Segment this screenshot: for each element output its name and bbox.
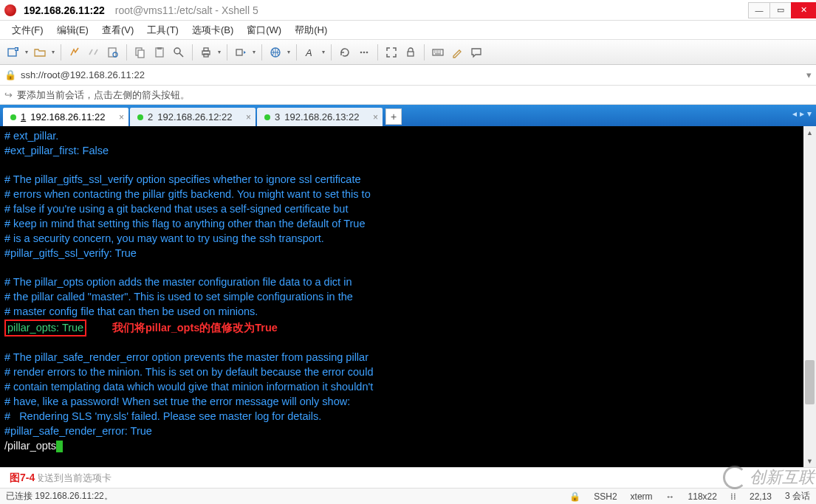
refresh-icon[interactable]	[336, 44, 354, 61]
terminal-line: # have, like a password! When set true t…	[4, 396, 350, 407]
fullscreen-icon[interactable]	[383, 44, 400, 61]
terminal-line: # The pillar_safe_render_error option pr…	[4, 351, 368, 363]
terminal-line: # keep in mind that setting this flag to…	[4, 218, 365, 229]
tab-number: 2	[148, 111, 153, 122]
maximize-button[interactable]: ▭	[769, 2, 792, 18]
arrow-add-icon[interactable]: ↪	[4, 89, 13, 100]
transfer-dropdown[interactable]: ▾	[251, 49, 257, 55]
lock-toolbar-icon[interactable]	[402, 44, 419, 61]
svg-point-3	[113, 52, 117, 57]
vertical-scrollbar[interactable]: ▲ ▼	[803, 126, 816, 467]
svg-point-15	[360, 51, 363, 53]
svg-rect-11	[204, 54, 208, 57]
toolbar: ▾ ▾ ▾ ▾ ▾ A ▾	[0, 40, 816, 65]
open-icon[interactable]	[31, 44, 49, 61]
close-button[interactable]: ✕	[791, 2, 816, 18]
tab-close-icon[interactable]: ×	[246, 112, 251, 122]
tab-number: 1	[21, 111, 26, 122]
status-cursor-pos: 22,13	[750, 491, 772, 502]
status-size: 118x22	[688, 491, 717, 502]
find-icon[interactable]	[170, 44, 188, 61]
scroll-up-icon[interactable]: ▲	[803, 126, 816, 139]
terminal-line: # The pillar_gitfs_ssl_verify option spe…	[4, 173, 361, 185]
properties-icon[interactable]	[104, 44, 122, 61]
globe-icon[interactable]	[267, 44, 284, 61]
tab-label: 192.168.26.11:22	[30, 111, 105, 122]
lock-icon: 🔒	[4, 69, 16, 80]
tab-list-icon[interactable]: ▾	[807, 108, 812, 119]
tab-strip: 1 192.168.26.11:22 × 2 192.168.26.12:22 …	[0, 105, 816, 126]
svg-point-17	[366, 51, 368, 53]
disconnect-icon[interactable]	[85, 44, 103, 61]
annotation-text: 我们将pillar_opts的值修改为True	[112, 322, 278, 334]
terminal-line: pillar_opts: True	[7, 322, 83, 334]
minimize-button[interactable]: —	[748, 2, 770, 18]
copy-icon[interactable]	[131, 44, 149, 61]
session-tab-2[interactable]: 2 192.168.26.12:22 ×	[130, 108, 256, 126]
terminal-line: # false if you're using a git backend th…	[4, 203, 348, 215]
new-session-icon[interactable]	[4, 44, 22, 61]
status-protocol: SSH2	[594, 491, 617, 502]
tab-close-icon[interactable]: ×	[373, 112, 378, 122]
paste-icon[interactable]	[151, 44, 168, 61]
status-termtype: xterm	[631, 491, 653, 502]
menu-tabs[interactable]: 选项卡(B)	[186, 22, 239, 38]
open-dropdown[interactable]: ▾	[50, 49, 56, 55]
terminal-line: # is a security concern, you may want to…	[4, 232, 324, 244]
new-session-dropdown[interactable]: ▾	[24, 49, 30, 55]
reconnect-icon[interactable]	[66, 44, 83, 61]
window-title-ip: 192.168.26.11:22	[24, 4, 105, 16]
svg-rect-5	[138, 50, 144, 58]
tab-close-icon[interactable]: ×	[119, 112, 124, 122]
terminal-line: # ext_pillar.	[4, 130, 58, 142]
address-dropdown-icon[interactable]: ▾	[806, 69, 812, 80]
status-dot-icon	[264, 114, 270, 120]
menu-window[interactable]: 窗口(W)	[241, 22, 287, 38]
terminal-line: # errors when contacting the pillar gitf…	[4, 188, 371, 200]
session-tab-3[interactable]: 3 192.168.26.13:22 ×	[257, 108, 383, 126]
scroll-down-icon[interactable]: ▼	[803, 455, 816, 467]
status-connection: 已连接 192.168.26.11:22。	[6, 490, 113, 503]
app-icon	[4, 4, 16, 16]
highlight-icon[interactable]	[448, 44, 466, 61]
svg-rect-10	[204, 48, 208, 51]
tab-label: 192.168.26.12:22	[157, 111, 232, 122]
font-dropdown[interactable]: ▾	[320, 49, 326, 55]
terminal-pane[interactable]: # ext_pillar. #ext_pillar_first: False #…	[0, 126, 816, 467]
terminal-line: #pillar_safe_render_error: True	[4, 425, 152, 437]
terminal-line: # Rendering SLS 'my.sls' failed. Please …	[4, 410, 321, 422]
status-bar: 已连接 192.168.26.11:22。 🔒 SSH2 xterm ↔ 118…	[0, 488, 816, 504]
tab-label: 192.168.26.13:22	[284, 111, 359, 122]
info-text: 要添加当前会话，点击左侧的箭头按钮。	[17, 89, 190, 102]
menu-view[interactable]: 查看(V)	[96, 22, 140, 38]
address-text[interactable]: ssh://root@192.168.26.11:22	[21, 69, 802, 80]
svg-point-16	[363, 51, 366, 53]
terminal-line: # master config file that can then be us…	[4, 305, 258, 317]
menu-edit[interactable]: 编辑(E)	[51, 22, 95, 38]
status-size-icon: ↔	[666, 491, 675, 502]
cursor	[56, 441, 63, 452]
highlighted-setting: pillar_opts: True	[4, 320, 86, 336]
add-tab-button[interactable]: +	[385, 108, 402, 125]
terminal-line: #ext_pillar_first: False	[4, 145, 109, 156]
print-icon[interactable]	[197, 44, 215, 61]
send-text-bar[interactable]: 将文本发送到当前选项卡 图7-4	[0, 467, 816, 488]
svg-rect-18	[408, 52, 414, 56]
tab-prev-icon[interactable]: ◂	[792, 108, 797, 119]
chat-icon[interactable]	[467, 44, 485, 61]
terminal-line: # the pillar called "master". This is us…	[4, 291, 353, 303]
menu-help[interactable]: 帮助(H)	[289, 22, 333, 38]
dots-icon[interactable]	[355, 44, 373, 61]
keyboard-icon[interactable]	[429, 44, 447, 61]
transfer-icon[interactable]	[232, 44, 250, 61]
window-title-path: root@vms11:/etc/salt - Xshell 5	[115, 4, 258, 16]
globe-dropdown[interactable]: ▾	[286, 49, 292, 55]
menu-file[interactable]: 文件(F)	[6, 22, 49, 38]
font-icon[interactable]: A	[301, 44, 319, 61]
tab-next-icon[interactable]: ▸	[800, 108, 804, 119]
session-tab-1[interactable]: 1 192.168.26.11:22 ×	[3, 108, 128, 126]
print-dropdown[interactable]: ▾	[216, 49, 222, 55]
status-pos-icon: ⁞⁞	[730, 491, 736, 502]
menu-tools[interactable]: 工具(T)	[141, 22, 185, 38]
scroll-thumb[interactable]	[805, 360, 815, 404]
